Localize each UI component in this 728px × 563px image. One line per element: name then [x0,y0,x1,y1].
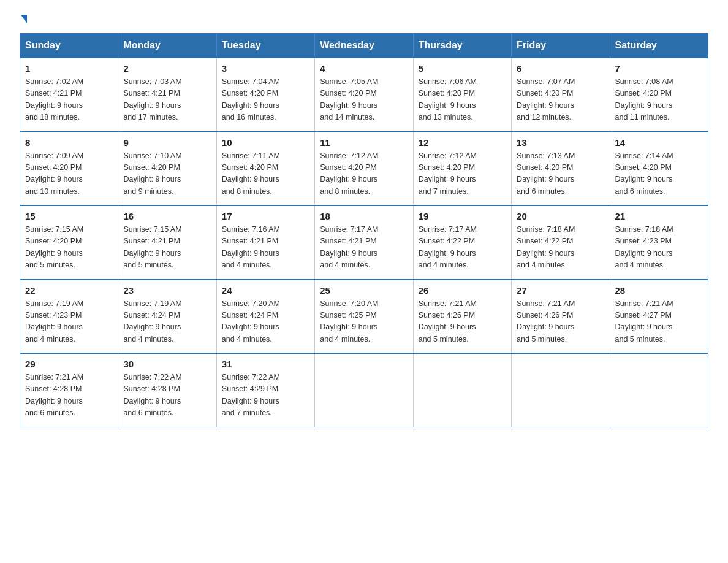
day-info: Sunrise: 7:03 AM Sunset: 4:21 PM Dayligh… [123,76,211,124]
day-info: Sunrise: 7:19 AM Sunset: 4:24 PM Dayligh… [123,298,211,346]
day-info: Sunrise: 7:02 AM Sunset: 4:21 PM Dayligh… [25,76,113,124]
day-number: 24 [222,285,309,296]
day-number: 1 [25,63,113,74]
calendar-day-cell: 22 Sunrise: 7:19 AM Sunset: 4:23 PM Dayl… [20,280,118,354]
day-info: Sunrise: 7:10 AM Sunset: 4:20 PM Dayligh… [123,150,211,198]
calendar-week-row: 8 Sunrise: 7:09 AM Sunset: 4:20 PM Dayli… [20,132,708,206]
day-number: 17 [222,211,309,221]
day-info: Sunrise: 7:16 AM Sunset: 4:21 PM Dayligh… [222,224,309,272]
day-number: 30 [123,359,211,369]
calendar-header-row: SundayMondayTuesdayWednesdayThursdayFrid… [20,34,708,58]
day-info: Sunrise: 7:15 AM Sunset: 4:21 PM Dayligh… [123,224,211,272]
logo-triangle-icon [21,15,27,23]
calendar-day-cell: 16 Sunrise: 7:15 AM Sunset: 4:21 PM Dayl… [118,205,216,280]
page-header [20,15,708,23]
calendar-day-cell: 4 Sunrise: 7:05 AM Sunset: 4:20 PM Dayli… [315,58,413,132]
calendar-week-row: 15 Sunrise: 7:15 AM Sunset: 4:20 PM Dayl… [20,205,708,280]
day-info: Sunrise: 7:21 AM Sunset: 4:27 PM Dayligh… [615,298,703,346]
calendar-day-cell: 3 Sunrise: 7:04 AM Sunset: 4:20 PM Dayli… [216,58,314,132]
day-number: 19 [419,211,506,221]
day-of-week-header: Wednesday [315,34,413,58]
day-info: Sunrise: 7:14 AM Sunset: 4:20 PM Dayligh… [615,150,703,198]
day-info: Sunrise: 7:08 AM Sunset: 4:20 PM Dayligh… [615,76,703,124]
calendar-day-cell: 24 Sunrise: 7:20 AM Sunset: 4:24 PM Dayl… [216,280,314,354]
calendar-day-cell [512,353,610,427]
day-info: Sunrise: 7:12 AM Sunset: 4:20 PM Dayligh… [320,150,408,198]
day-number: 8 [25,137,113,148]
calendar-day-cell: 29 Sunrise: 7:21 AM Sunset: 4:28 PM Dayl… [20,353,118,427]
day-of-week-header: Friday [512,34,610,58]
day-info: Sunrise: 7:18 AM Sunset: 4:23 PM Dayligh… [615,224,703,272]
calendar-day-cell: 6 Sunrise: 7:07 AM Sunset: 4:20 PM Dayli… [512,58,610,132]
day-number: 5 [419,63,506,74]
calendar-day-cell: 30 Sunrise: 7:22 AM Sunset: 4:28 PM Dayl… [118,353,216,427]
day-number: 6 [517,63,604,74]
day-info: Sunrise: 7:17 AM Sunset: 4:22 PM Dayligh… [419,224,506,272]
logo [20,15,27,23]
calendar-day-cell: 23 Sunrise: 7:19 AM Sunset: 4:24 PM Dayl… [118,280,216,354]
day-number: 7 [615,63,703,74]
day-info: Sunrise: 7:11 AM Sunset: 4:20 PM Dayligh… [222,150,309,198]
calendar-week-row: 1 Sunrise: 7:02 AM Sunset: 4:21 PM Dayli… [20,58,708,132]
day-number: 12 [419,137,506,148]
day-number: 26 [419,285,506,296]
day-info: Sunrise: 7:13 AM Sunset: 4:20 PM Dayligh… [517,150,604,198]
day-number: 2 [123,63,211,74]
calendar-day-cell: 21 Sunrise: 7:18 AM Sunset: 4:23 PM Dayl… [610,205,708,280]
day-of-week-header: Monday [118,34,216,58]
day-number: 23 [123,285,211,296]
day-info: Sunrise: 7:09 AM Sunset: 4:20 PM Dayligh… [25,150,113,198]
day-number: 22 [25,285,113,296]
day-number: 15 [25,211,113,221]
day-info: Sunrise: 7:05 AM Sunset: 4:20 PM Dayligh… [320,76,408,124]
calendar-week-row: 22 Sunrise: 7:19 AM Sunset: 4:23 PM Dayl… [20,280,708,354]
day-info: Sunrise: 7:20 AM Sunset: 4:25 PM Dayligh… [320,298,408,346]
day-number: 14 [615,137,703,148]
day-of-week-header: Sunday [20,34,118,58]
calendar-week-row: 29 Sunrise: 7:21 AM Sunset: 4:28 PM Dayl… [20,353,708,427]
calendar-day-cell [413,353,511,427]
day-number: 21 [615,211,703,221]
day-number: 11 [320,137,408,148]
calendar-day-cell: 26 Sunrise: 7:21 AM Sunset: 4:26 PM Dayl… [413,280,511,354]
day-info: Sunrise: 7:19 AM Sunset: 4:23 PM Dayligh… [25,298,113,346]
calendar-day-cell: 31 Sunrise: 7:22 AM Sunset: 4:29 PM Dayl… [216,353,314,427]
day-info: Sunrise: 7:18 AM Sunset: 4:22 PM Dayligh… [517,224,604,272]
day-of-week-header: Thursday [413,34,511,58]
day-number: 31 [222,359,309,369]
calendar-day-cell: 19 Sunrise: 7:17 AM Sunset: 4:22 PM Dayl… [413,205,511,280]
day-info: Sunrise: 7:07 AM Sunset: 4:20 PM Dayligh… [517,76,604,124]
day-info: Sunrise: 7:06 AM Sunset: 4:20 PM Dayligh… [419,76,506,124]
day-info: Sunrise: 7:22 AM Sunset: 4:29 PM Dayligh… [222,372,309,419]
calendar-day-cell: 28 Sunrise: 7:21 AM Sunset: 4:27 PM Dayl… [610,280,708,354]
calendar-day-cell: 12 Sunrise: 7:12 AM Sunset: 4:20 PM Dayl… [413,132,511,206]
calendar-day-cell: 5 Sunrise: 7:06 AM Sunset: 4:20 PM Dayli… [413,58,511,132]
calendar-day-cell: 11 Sunrise: 7:12 AM Sunset: 4:20 PM Dayl… [315,132,413,206]
day-number: 20 [517,211,604,221]
day-info: Sunrise: 7:21 AM Sunset: 4:26 PM Dayligh… [419,298,506,346]
day-info: Sunrise: 7:21 AM Sunset: 4:28 PM Dayligh… [25,372,113,419]
day-number: 13 [517,137,604,148]
calendar-day-cell: 1 Sunrise: 7:02 AM Sunset: 4:21 PM Dayli… [20,58,118,132]
day-number: 16 [123,211,211,221]
day-info: Sunrise: 7:12 AM Sunset: 4:20 PM Dayligh… [419,150,506,198]
day-of-week-header: Tuesday [216,34,314,58]
calendar-day-cell: 10 Sunrise: 7:11 AM Sunset: 4:20 PM Dayl… [216,132,314,206]
day-info: Sunrise: 7:04 AM Sunset: 4:20 PM Dayligh… [222,76,309,124]
day-info: Sunrise: 7:15 AM Sunset: 4:20 PM Dayligh… [25,224,113,272]
calendar-day-cell: 18 Sunrise: 7:17 AM Sunset: 4:21 PM Dayl… [315,205,413,280]
calendar-day-cell: 27 Sunrise: 7:21 AM Sunset: 4:26 PM Dayl… [512,280,610,354]
day-of-week-header: Saturday [610,34,708,58]
day-number: 4 [320,63,408,74]
day-info: Sunrise: 7:20 AM Sunset: 4:24 PM Dayligh… [222,298,309,346]
calendar-day-cell: 25 Sunrise: 7:20 AM Sunset: 4:25 PM Dayl… [315,280,413,354]
calendar-day-cell: 20 Sunrise: 7:18 AM Sunset: 4:22 PM Dayl… [512,205,610,280]
calendar-day-cell: 13 Sunrise: 7:13 AM Sunset: 4:20 PM Dayl… [512,132,610,206]
calendar-day-cell: 17 Sunrise: 7:16 AM Sunset: 4:21 PM Dayl… [216,205,314,280]
calendar-day-cell: 14 Sunrise: 7:14 AM Sunset: 4:20 PM Dayl… [610,132,708,206]
calendar-day-cell: 8 Sunrise: 7:09 AM Sunset: 4:20 PM Dayli… [20,132,118,206]
day-number: 27 [517,285,604,296]
calendar-day-cell: 7 Sunrise: 7:08 AM Sunset: 4:20 PM Dayli… [610,58,708,132]
day-number: 9 [123,137,211,148]
calendar-day-cell: 9 Sunrise: 7:10 AM Sunset: 4:20 PM Dayli… [118,132,216,206]
